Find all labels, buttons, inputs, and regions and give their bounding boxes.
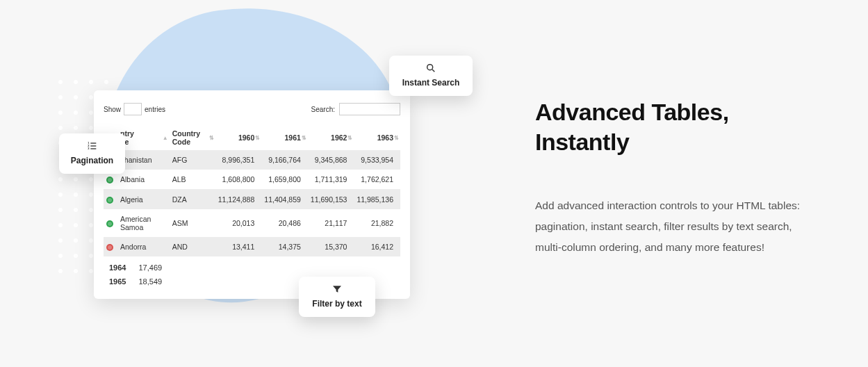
data-table: ntry ne ▲ Country Code ⇅ 1960 ⇅ 1961 ⇅ <box>104 125 400 256</box>
list-icon: 123 <box>87 140 98 152</box>
cell-value: 9,166,764 <box>261 150 308 170</box>
cell-value: 11,404,859 <box>261 189 308 209</box>
search-label: Search: <box>311 106 335 113</box>
cell-value: 14,375 <box>261 237 308 256</box>
extra-value: 18,549 <box>138 277 162 286</box>
cell-value: 11,985,136 <box>354 189 400 209</box>
svg-text:3: 3 <box>88 147 90 150</box>
sort-icon: ⇅ <box>302 135 306 141</box>
cell-code: ALB <box>170 170 215 189</box>
copy-block: Advanced Tables, Instantly Add advanced … <box>535 97 813 259</box>
table-row[interactable]: AlbaniaALB1,608,8001,659,8001,711,3191,7… <box>104 170 400 189</box>
svg-point-0 <box>427 65 433 70</box>
cell-value: 1,659,800 <box>261 170 308 189</box>
status-dot-icon <box>106 177 113 184</box>
table-row[interactable]: American SamoaASM20,01320,48621,11721,88… <box>104 209 400 237</box>
table-row[interactable]: ghanistanAFG8,996,3519,166,7649,345,8689… <box>104 150 400 170</box>
sort-icon: ⇅ <box>209 135 214 141</box>
cell-value: 11,690,153 <box>308 189 354 209</box>
cell-code: ASM <box>170 209 215 237</box>
table-row[interactable]: AlgeriaDZA11,124,88811,404,85911,690,153… <box>104 189 400 209</box>
extra-row: 196417,469 <box>104 261 400 275</box>
status-dot-icon <box>106 197 113 204</box>
col-1960[interactable]: 1960 ⇅ <box>215 125 262 150</box>
chip-label: Instant Search <box>402 78 460 88</box>
chip-filter: Filter by text <box>299 277 375 317</box>
sort-icon: ⇅ <box>255 135 260 141</box>
cell-value: 20,013 <box>215 209 262 237</box>
decorative-dots <box>58 177 93 273</box>
cell-value: 1,762,621 <box>354 170 400 189</box>
chip-label: Pagination <box>71 156 113 165</box>
col-1961[interactable]: 1961 ⇅ <box>261 125 308 150</box>
table-card: Show entries Search: ntry ne ▲ <box>94 90 410 299</box>
cell-code: DZA <box>170 189 215 209</box>
cell-country: Andorra <box>117 237 170 256</box>
cell-value: 21,117 <box>308 209 354 237</box>
cell-value: 11,124,888 <box>215 189 262 209</box>
cell-value: 9,533,954 <box>354 150 400 170</box>
cell-country: American Samoa <box>117 209 170 237</box>
chip-instant-search: Instant Search <box>389 56 473 96</box>
cell-value: 21,882 <box>354 209 400 237</box>
entries-selector: Show entries <box>104 103 165 115</box>
sort-icon: ⇅ <box>394 135 399 141</box>
cell-value: 1,711,319 <box>308 170 354 189</box>
cell-code: AFG <box>170 150 215 170</box>
search-icon <box>425 63 436 74</box>
search-input[interactable] <box>339 103 400 115</box>
entries-label: entries <box>145 106 165 113</box>
extra-year: 1964 <box>109 263 126 272</box>
entries-input[interactable] <box>124 103 142 115</box>
sort-asc-icon: ▲ <box>163 135 168 141</box>
sort-icon: ⇅ <box>347 135 352 141</box>
cell-country: ghanistan <box>117 150 170 170</box>
headline: Advanced Tables, Instantly <box>535 97 813 156</box>
cell-value: 20,486 <box>261 209 308 237</box>
col-country-name[interactable]: ntry ne ▲ <box>117 125 170 150</box>
cell-value: 13,411 <box>215 237 262 256</box>
col-1962[interactable]: 1962 ⇅ <box>308 125 354 150</box>
description: Add advanced interaction controls to you… <box>535 195 813 259</box>
svg-line-1 <box>432 70 434 72</box>
cell-value: 16,412 <box>354 237 400 256</box>
col-1963[interactable]: 1963 ⇅ <box>354 125 400 150</box>
status-dot-icon <box>106 220 113 227</box>
chip-label: Filter by text <box>312 299 361 309</box>
extra-year: 1965 <box>109 277 126 286</box>
show-label: Show <box>104 106 121 113</box>
cell-value: 15,370 <box>308 237 354 256</box>
extra-value: 17,469 <box>138 263 162 272</box>
cell-code: AND <box>170 237 215 256</box>
cell-value: 9,345,868 <box>308 150 354 170</box>
col-country-code[interactable]: Country Code ⇅ <box>170 125 215 150</box>
filter-icon <box>331 284 343 295</box>
table-row[interactable]: AndorraAND13,41114,37515,37016,412 <box>104 237 400 256</box>
cell-value: 1,608,800 <box>215 170 262 189</box>
status-dot-icon <box>106 244 113 251</box>
cell-country: Algeria <box>117 189 170 209</box>
cell-value: 8,996,351 <box>215 150 262 170</box>
cell-country: Albania <box>117 170 170 189</box>
chip-pagination: 123 Pagination <box>59 133 125 174</box>
